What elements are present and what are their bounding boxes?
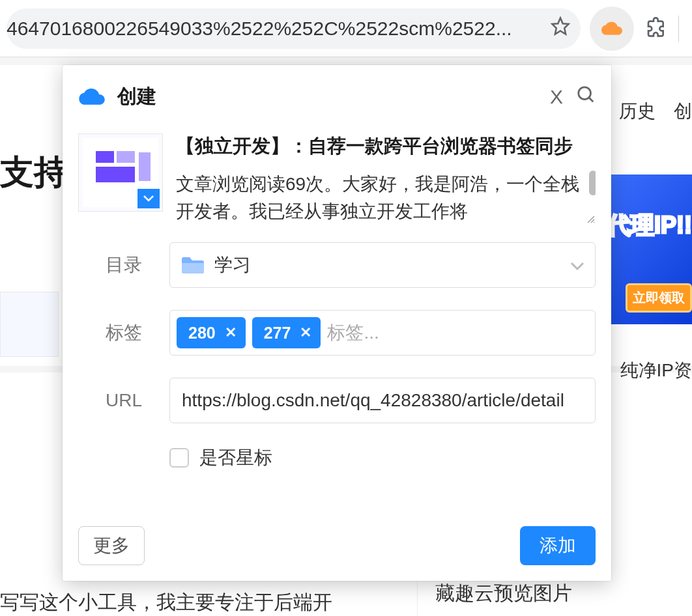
- search-icon[interactable]: [576, 85, 596, 109]
- tag-chip[interactable]: 280 ✕: [177, 317, 246, 348]
- thumbnail-dropdown-icon[interactable]: [137, 189, 160, 208]
- popup-footer: 更多 添加: [63, 526, 611, 581]
- bookmark-description-text: 文章浏览阅读69次。大家好，我是阿浩，一个全栈开发者。我已经从事独立开发工作将: [176, 171, 596, 224]
- tags-label: 标签: [78, 320, 169, 345]
- toolbar-divider: [678, 16, 679, 42]
- url-label: URL: [78, 390, 169, 411]
- directory-value: 学习: [214, 253, 251, 277]
- sidebar-heading: 纯净IP资: [620, 358, 692, 383]
- directory-select[interactable]: 学习: [169, 242, 596, 288]
- sidebar-card-title: 藏趣云预览图片: [435, 580, 572, 607]
- resize-handle-icon[interactable]: [586, 215, 596, 224]
- extension-cloud-icon[interactable]: [590, 7, 634, 51]
- tag-remove-icon[interactable]: ✕: [300, 324, 311, 341]
- nav-link-history[interactable]: 历史: [619, 99, 656, 124]
- banner-text-line2: 代理IP!!: [607, 210, 692, 242]
- bookmark-title: 【独立开发】：自荐一款跨平台浏览器书签同步: [176, 133, 596, 159]
- star-checkbox[interactable]: [169, 448, 189, 468]
- tag-chip[interactable]: 277 ✕: [252, 317, 321, 348]
- address-bar-text: 4647016800226549033%2522%252C%2522scm%25…: [7, 18, 547, 40]
- chevron-down-icon: [570, 255, 584, 275]
- tags-input[interactable]: 280 ✕ 277 ✕: [169, 310, 596, 356]
- extension-popup: 创建 X 【独立开发】：自荐一款跨平台浏览器书签同步 文: [63, 65, 611, 581]
- close-button[interactable]: X: [550, 86, 562, 108]
- extensions-puzzle-icon[interactable]: [646, 17, 667, 40]
- folder-icon: [180, 255, 205, 275]
- tag-remove-icon[interactable]: ✕: [225, 324, 237, 341]
- banner-cta[interactable]: 立即领取: [626, 283, 692, 313]
- svg-line-2: [589, 98, 593, 102]
- cloud-icon: [78, 87, 106, 107]
- tag-chip-label: 277: [264, 324, 291, 343]
- directory-label: 目录: [78, 253, 169, 277]
- add-button[interactable]: 添加: [520, 526, 596, 565]
- svg-point-1: [579, 87, 591, 100]
- nav-link-create[interactable]: 创: [674, 99, 692, 124]
- bookmark-star-icon[interactable]: [551, 16, 570, 40]
- svg-marker-0: [553, 18, 569, 35]
- star-checkbox-label: 是否星标: [199, 445, 272, 470]
- page-top-nav: 历史 创: [619, 99, 692, 124]
- popup-header: 创建 X: [63, 83, 611, 122]
- page-thumbnail: [78, 133, 163, 212]
- tag-chip-label: 280: [188, 324, 216, 343]
- browser-toolbar: 4647016800226549033%2522%252C%2522scm%25…: [0, 0, 692, 57]
- article-body-text: 写写这个小工具，我主要专注于后端开: [0, 589, 332, 616]
- url-input[interactable]: [169, 378, 596, 423]
- bookmark-description[interactable]: 文章浏览阅读69次。大家好，我是阿浩，一个全栈开发者。我已经从事独立开发工作将: [176, 171, 596, 224]
- more-button[interactable]: 更多: [78, 526, 145, 565]
- page-heading: 支持: [0, 150, 68, 195]
- description-scrollbar[interactable]: [589, 171, 596, 195]
- promo-banner[interactable]: 代理IP!! 立即领取: [601, 175, 692, 324]
- address-bar[interactable]: 4647016800226549033%2522%252C%2522scm%25…: [7, 8, 581, 49]
- popup-title: 创建: [117, 83, 536, 110]
- tag-text-input[interactable]: [327, 317, 588, 348]
